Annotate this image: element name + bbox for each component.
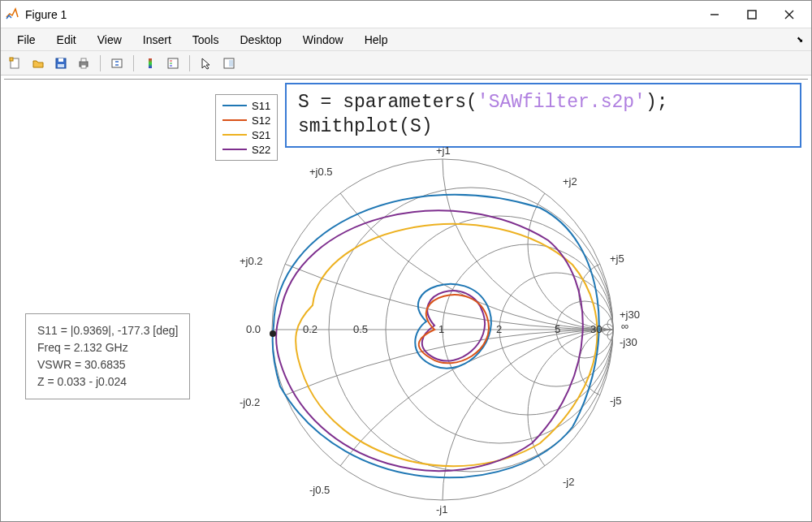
code-overlay: S = sparameters('SAWfilter.s2p'); smithp… <box>285 83 801 148</box>
arc-+j5: +j5 <box>610 252 624 265</box>
arc--j0.5: -j0.5 <box>309 484 330 496</box>
svg-rect-14 <box>168 58 178 68</box>
datatip-line: VSWR = 30.6835 <box>37 356 178 373</box>
plot-area[interactable]: S11 S12 S21 S22 S = sparameters('SAWfilt… <box>4 79 808 518</box>
menu-view[interactable]: View <box>88 32 132 48</box>
svg-rect-5 <box>10 58 13 61</box>
new-figure-button[interactable] <box>6 54 25 73</box>
code-string: 'SAWfilter.s2p' <box>477 92 646 113</box>
svg-rect-10 <box>81 58 86 62</box>
matlab-icon <box>4 6 20 23</box>
link-axes-button[interactable] <box>107 54 127 73</box>
plot-tools-button[interactable] <box>219 54 239 73</box>
tick-30: 30 <box>590 323 602 335</box>
legend-item-s11[interactable]: S11 <box>222 98 270 113</box>
maximize-button[interactable] <box>733 1 771 28</box>
menu-desktop[interactable]: Desktop <box>230 32 291 48</box>
datatip-line: S11 = |0.9369|, -177.3 [deg] <box>37 322 178 339</box>
legend-label: S21 <box>252 129 270 141</box>
tick-1: 1 <box>438 323 444 335</box>
menu-window[interactable]: Window <box>293 32 353 48</box>
titlebar[interactable]: Figure 1 <box>1 1 811 28</box>
arc-+j0.5: +j0.5 <box>309 166 333 178</box>
legend-item-s21[interactable]: S21 <box>222 127 270 142</box>
toolbar-separator <box>133 55 134 71</box>
tick-2: 2 <box>496 323 502 335</box>
arc--j5: -j5 <box>610 395 621 407</box>
menubar: File Edit View Insert Tools Desktop Wind… <box>1 28 811 51</box>
legend-button[interactable] <box>163 54 183 73</box>
toolbar-separator <box>100 55 101 71</box>
svg-rect-7 <box>58 58 63 62</box>
legend-swatch <box>222 134 247 136</box>
tick-inf: ∞ <box>621 320 628 332</box>
arc-+j30: +j30 <box>620 308 640 321</box>
tick-5: 5 <box>555 323 560 335</box>
datatip-line: Z = 0.033 - j0.024 <box>37 373 178 390</box>
toolbar <box>1 51 811 75</box>
open-button[interactable] <box>28 54 48 73</box>
svg-point-35 <box>528 159 670 330</box>
arc--j30: -j30 <box>620 336 637 348</box>
arc--j2: -j2 <box>563 476 574 488</box>
toolbar-separator <box>189 55 190 71</box>
arc-+j0.2: +j0.2 <box>240 255 263 267</box>
menu-edit[interactable]: Edit <box>47 32 86 48</box>
arc--j0.2: -j0.2 <box>240 396 260 408</box>
minimize-button[interactable] <box>696 1 733 28</box>
arc-+j2: +j2 <box>563 175 577 188</box>
svg-rect-19 <box>229 60 233 67</box>
legend-swatch <box>222 105 247 106</box>
svg-rect-8 <box>58 64 64 67</box>
legend-label: S12 <box>252 114 270 127</box>
arc--j1: -j1 <box>436 503 447 516</box>
code-text: S = sparameters( <box>298 92 477 113</box>
figure-window: Figure 1 File Edit View Insert Tools Des… <box>0 0 812 522</box>
data-tip[interactable]: S11 = |0.9369|, -177.3 [deg] Freq = 2.13… <box>25 313 190 399</box>
save-button[interactable] <box>51 54 71 73</box>
code-text: ); <box>646 92 668 113</box>
legend-swatch <box>222 119 247 121</box>
arc-+j1: +j1 <box>436 145 451 157</box>
legend-item-s12[interactable]: S12 <box>222 113 270 127</box>
svg-rect-1 <box>748 11 756 19</box>
legend-label: S11 <box>252 100 270 112</box>
close-button[interactable] <box>771 1 808 28</box>
menu-overflow-icon[interactable]: ⬊ <box>797 35 803 44</box>
colorbar-button[interactable] <box>140 54 160 73</box>
tick-0.0: 0.0 <box>246 323 261 335</box>
tick-0.2: 0.2 <box>303 323 317 335</box>
datatip-marker[interactable] <box>270 330 276 337</box>
window-title: Figure 1 <box>25 8 696 21</box>
svg-point-34 <box>443 330 670 516</box>
print-button[interactable] <box>74 54 93 73</box>
cursor-button[interactable] <box>197 54 216 73</box>
datatip-line: Freq = 2.132 GHz <box>37 339 178 356</box>
menu-insert[interactable]: Insert <box>133 32 181 48</box>
menu-file[interactable]: File <box>7 32 45 48</box>
code-text: smithplot(S) <box>298 116 433 137</box>
tick-0.5: 0.5 <box>353 323 368 335</box>
svg-rect-11 <box>81 65 86 68</box>
svg-point-36 <box>528 330 670 500</box>
menu-tools[interactable]: Tools <box>183 32 229 48</box>
smith-chart[interactable]: 0.0 0.2 0.5 1 2 5 30 ∞ +j0.2 +j0.5 +j1 +… <box>215 143 670 519</box>
svg-rect-13 <box>149 58 152 68</box>
menu-help[interactable]: Help <box>355 32 398 48</box>
svg-rect-12 <box>112 59 122 67</box>
